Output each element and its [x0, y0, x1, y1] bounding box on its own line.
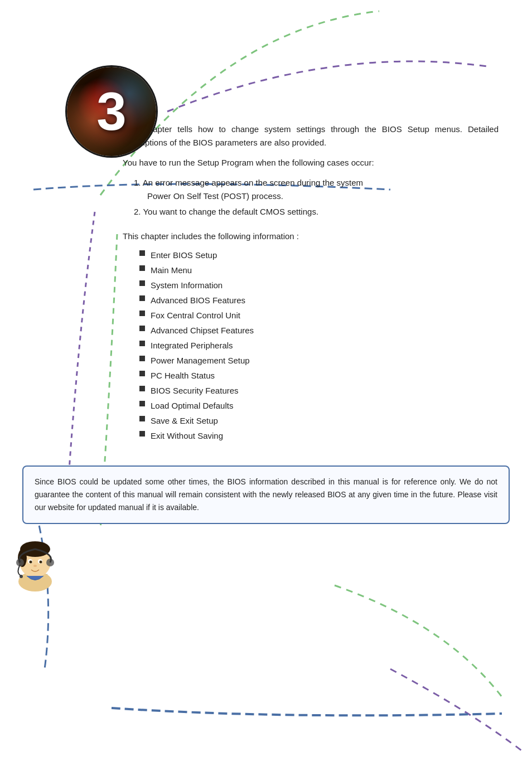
bullet-list: Enter BIOS SetupMain MenuSystem Informat…	[139, 248, 499, 443]
note-text: Since BIOS could be updated some other t…	[35, 476, 497, 514]
bullet-square-icon	[139, 356, 145, 361]
bullet-item-0: Enter BIOS Setup	[139, 248, 499, 263]
bullet-square-icon	[139, 265, 145, 271]
bullet-item-6: Integrated Peripherals	[139, 338, 499, 353]
bullet-item-label: System Information	[151, 278, 223, 293]
bullet-square-icon	[139, 416, 145, 421]
bullet-item-1: Main Menu	[139, 263, 499, 278]
chapter-includes-label: This chapter includes the following info…	[123, 230, 499, 243]
character-svg	[10, 531, 60, 593]
bullet-square-icon	[139, 431, 145, 437]
bullet-item-label: Power Management Setup	[151, 353, 250, 368]
svg-point-11	[20, 575, 23, 578]
bullet-item-label: Integrated Peripherals	[151, 338, 233, 353]
bullet-item-10: Load Optimal Defaults	[139, 398, 499, 413]
numbered-item-2: 2. You want to change the default CMOS s…	[134, 205, 499, 219]
bullet-item-2: System Information	[139, 278, 499, 293]
bullet-item-3: Advanced BIOS Features	[139, 293, 499, 308]
bullet-square-icon	[139, 386, 145, 391]
numbered-list: 1. An error message appears on the scree…	[134, 176, 499, 219]
bullet-item-9: BIOS Security Features	[139, 383, 499, 398]
bullet-item-label: Exit Without Saving	[151, 428, 223, 443]
intro-paragraph-1: This chapter tells how to change system …	[123, 123, 499, 149]
bullet-item-label: Load Optimal Defaults	[151, 398, 233, 413]
chapter-badge: 3	[67, 67, 156, 156]
svg-point-7	[40, 561, 42, 564]
bullet-item-4: Fox Central Control Unit	[139, 308, 499, 323]
character-illustration	[10, 531, 66, 598]
bullet-item-5: Advanced Chipset Features	[139, 323, 499, 338]
bullet-square-icon	[139, 311, 145, 316]
bullet-item-label: Main Menu	[151, 263, 192, 278]
bullet-square-icon	[139, 326, 145, 331]
bullet-item-label: Fox Central Control Unit	[151, 308, 240, 323]
bullet-item-label: PC Health Status	[151, 368, 215, 383]
intro-paragraph-2: You have to run the Setup Program when t…	[123, 156, 499, 169]
bullet-square-icon	[139, 295, 145, 301]
bullet-item-label: Enter BIOS Setup	[151, 248, 217, 263]
chapter-number: 3	[96, 85, 126, 138]
bullet-item-label: Advanced BIOS Features	[151, 293, 245, 308]
numbered-item-1: 1. An error message appears on the scree…	[134, 176, 499, 203]
bullet-square-icon	[139, 341, 145, 346]
bullet-item-7: Power Management Setup	[139, 353, 499, 368]
bullet-square-icon	[139, 371, 145, 376]
bullet-item-11: Save & Exit Setup	[139, 413, 499, 428]
svg-point-6	[30, 561, 32, 564]
note-box: Since BIOS could be updated some other t…	[22, 465, 510, 524]
bullet-square-icon	[139, 280, 145, 286]
bullet-item-label: Advanced Chipset Features	[151, 323, 254, 338]
bullet-item-8: PC Health Status	[139, 368, 499, 383]
bullet-item-label: BIOS Security Features	[151, 383, 239, 398]
svg-point-8	[33, 565, 37, 567]
bullet-item-12: Exit Without Saving	[139, 428, 499, 443]
bullet-square-icon	[139, 401, 145, 406]
bullet-item-label: Save & Exit Setup	[151, 413, 218, 428]
bullet-square-icon	[139, 250, 145, 256]
